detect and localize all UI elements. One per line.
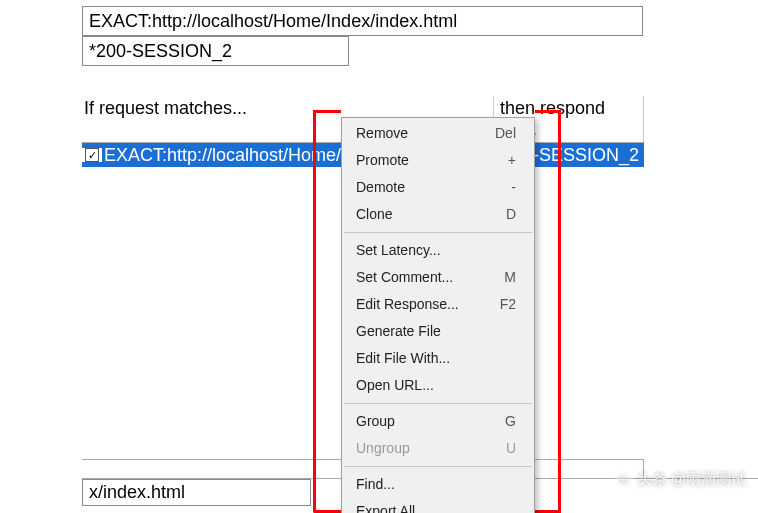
menu-item-label: Open URL... [356,375,486,396]
menu-item-ungroup: UngroupU [342,435,534,462]
menu-item-shortcut [486,375,516,396]
menu-item-shortcut: + [486,150,516,171]
menu-item-shortcut: M [486,267,516,288]
menu-item-shortcut: F2 [486,294,516,315]
menu-item-label: Find... [356,474,486,495]
menu-item-label: Edit File With... [356,348,486,369]
menu-separator [344,403,532,404]
menu-item-label: Generate File [356,321,486,342]
menu-item-label: Ungroup [356,438,486,459]
row-checkbox[interactable]: ✓ [85,148,99,162]
menu-item-label: Remove [356,123,486,144]
menu-item-remove[interactable]: RemoveDel [342,120,534,147]
menu-item-shortcut: Del [486,123,516,144]
menu-item-clone[interactable]: CloneD [342,201,534,228]
menu-item-label: Set Latency... [356,240,486,261]
menu-item-edit-file-with[interactable]: Edit File With... [342,345,534,372]
menu-item-shortcut [486,501,516,513]
menu-item-shortcut: U [486,438,516,459]
menu-item-demote[interactable]: Demote- [342,174,534,201]
menu-item-find[interactable]: Find... [342,471,534,498]
menu-item-label: Export All... [356,501,486,513]
menu-item-shortcut [486,348,516,369]
menu-item-shortcut: D [486,204,516,225]
menu-item-label: Promote [356,150,486,171]
menu-item-set-comment[interactable]: Set Comment...M [342,264,534,291]
rule-match-input[interactable]: EXACT:http://localhost/Home/Index/index.… [82,6,643,36]
rule-respond-input[interactable]: *200-SESSION_2 [82,36,349,66]
menu-item-generate-file[interactable]: Generate File [342,318,534,345]
menu-separator [344,466,532,467]
menu-item-shortcut [486,321,516,342]
menu-item-shortcut: G [486,411,516,432]
menu-item-set-latency[interactable]: Set Latency... [342,237,534,264]
menu-separator [344,232,532,233]
menu-item-shortcut [486,474,516,495]
menu-item-label: Demote [356,177,486,198]
menu-item-label: Group [356,411,486,432]
menu-item-export-all[interactable]: Export All... [342,498,534,513]
menu-item-shortcut: - [486,177,516,198]
menu-item-label: Clone [356,204,486,225]
watermark-prefix: 头条 [637,470,667,489]
watermark: 头 头条 @雨滴测试 [615,470,746,489]
menu-item-shortcut [486,240,516,261]
menu-item-edit-response[interactable]: Edit Response...F2 [342,291,534,318]
watermark-icon: 头 [615,471,633,489]
menu-item-label: Set Comment... [356,267,486,288]
menu-item-group[interactable]: GroupG [342,408,534,435]
context-menu: RemoveDelPromote+Demote-CloneDSet Latenc… [341,117,535,513]
menu-item-label: Edit Response... [356,294,486,315]
menu-item-promote[interactable]: Promote+ [342,147,534,174]
rule-detail-input[interactable]: x/index.html [82,479,311,506]
menu-item-open-url[interactable]: Open URL... [342,372,534,399]
watermark-author: @雨滴测试 [671,470,746,489]
